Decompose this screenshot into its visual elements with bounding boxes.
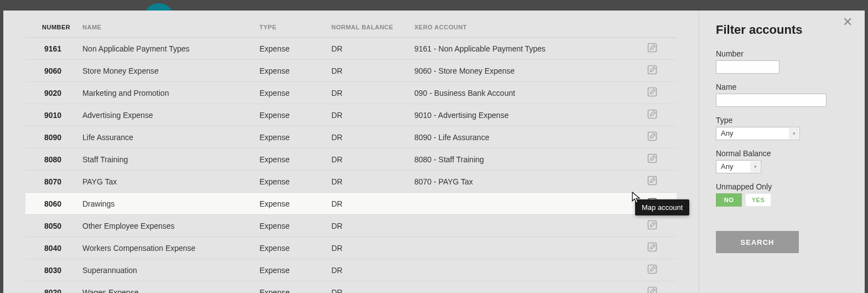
svg-rect-3 bbox=[648, 110, 657, 119]
cell-xero: 8080 - Staff Training bbox=[410, 148, 627, 171]
cell-name: Marketing and Promotion bbox=[78, 82, 255, 104]
cell-xero bbox=[410, 281, 627, 294]
cell-xero: 9060 - Store Money Expense bbox=[410, 60, 627, 82]
filter-balance-select[interactable]: Any ▾ bbox=[716, 160, 761, 173]
cell-balance: DR bbox=[327, 171, 410, 193]
edit-icon[interactable] bbox=[647, 86, 658, 97]
cell-xero: 9161 - Non Applicable Payment Types bbox=[410, 38, 627, 60]
table-row[interactable]: 8040Workers Compensation ExpenseExpenseD… bbox=[25, 237, 677, 259]
svg-rect-6 bbox=[648, 177, 657, 185]
svg-rect-9 bbox=[648, 243, 657, 251]
cell-number: 8090 bbox=[25, 126, 78, 148]
edit-icon[interactable] bbox=[647, 42, 658, 53]
cell-edit bbox=[627, 60, 677, 82]
filter-title: Filter accounts bbox=[716, 23, 848, 37]
filter-type-label: Type bbox=[716, 116, 848, 125]
accounts-table-panel: NUMBER NAME TYPE NORMAL BALANCE XERO ACC… bbox=[3, 11, 699, 293]
filter-type-value: Any bbox=[716, 127, 737, 139]
filter-type-select[interactable]: Any ▾ bbox=[716, 127, 800, 140]
svg-rect-0 bbox=[648, 44, 657, 52]
cell-number: 8080 bbox=[25, 148, 78, 171]
filter-name-input[interactable] bbox=[716, 94, 827, 107]
cell-name: Superannuation bbox=[78, 259, 255, 281]
table-row[interactable]: 9161Non Applicable Payment TypesExpenseD… bbox=[25, 38, 677, 60]
edit-icon[interactable] bbox=[647, 286, 658, 293]
filter-number-input[interactable] bbox=[716, 60, 779, 74]
edit-icon[interactable] bbox=[647, 131, 658, 142]
map-account-tooltip: Map account bbox=[635, 199, 689, 215]
svg-rect-5 bbox=[648, 155, 657, 163]
cell-xero: 8090 - Life Assurance bbox=[410, 126, 627, 148]
svg-rect-1 bbox=[648, 66, 657, 74]
filter-name-label: Name bbox=[716, 83, 848, 91]
cell-type: Expense bbox=[255, 38, 327, 60]
cell-edit bbox=[627, 104, 677, 126]
table-row[interactable]: 9010Advertising ExpenseExpenseDR9010 - A… bbox=[25, 104, 677, 126]
cell-type: Expense bbox=[255, 82, 327, 104]
close-icon[interactable]: ✕ bbox=[843, 16, 853, 28]
table-row[interactable]: 8080Staff TrainingExpenseDR8080 - Staff … bbox=[25, 148, 677, 171]
cell-type: Expense bbox=[255, 237, 327, 259]
cell-number: 8020 bbox=[25, 281, 78, 294]
accounts-table: NUMBER NAME TYPE NORMAL BALANCE XERO ACC… bbox=[25, 11, 677, 293]
cell-edit bbox=[627, 215, 677, 237]
svg-rect-10 bbox=[648, 265, 657, 274]
edit-icon[interactable] bbox=[647, 219, 658, 230]
filter-unmapped-label: Unmapped Only bbox=[716, 182, 848, 191]
cell-balance: DR bbox=[327, 259, 410, 281]
edit-icon[interactable] bbox=[647, 153, 658, 164]
table-row[interactable]: 9060Store Money ExpenseExpenseDR9060 - S… bbox=[25, 60, 677, 82]
cell-xero bbox=[410, 237, 627, 259]
header-balance[interactable]: NORMAL BALANCE bbox=[327, 11, 410, 38]
cell-balance: DR bbox=[327, 148, 410, 171]
cell-name: Drawings bbox=[78, 193, 255, 215]
cell-name: Store Money Expense bbox=[78, 60, 255, 82]
header-name[interactable]: NAME bbox=[78, 11, 255, 38]
cell-edit bbox=[627, 148, 677, 171]
header-xero[interactable]: XERO ACCOUNT bbox=[410, 11, 627, 38]
svg-rect-2 bbox=[648, 88, 657, 96]
cell-number: 9020 bbox=[25, 82, 78, 104]
cell-balance: DR bbox=[327, 38, 410, 60]
table-row[interactable]: 9020Marketing and PromotionExpenseDR090 … bbox=[25, 82, 677, 104]
cell-name: Workers Compensation Expense bbox=[78, 237, 255, 259]
unmapped-no-toggle[interactable]: NO bbox=[716, 193, 742, 207]
cell-type: Expense bbox=[255, 171, 327, 193]
table-row[interactable]: 8020Wages ExpenseExpenseDR bbox=[25, 281, 677, 294]
cell-type: Expense bbox=[255, 281, 327, 294]
filter-balance-value: Any bbox=[716, 161, 737, 172]
cell-edit bbox=[627, 281, 677, 294]
cell-edit bbox=[627, 82, 677, 104]
search-button[interactable]: SEARCH bbox=[716, 231, 799, 253]
cell-xero bbox=[410, 193, 627, 215]
edit-icon[interactable] bbox=[647, 175, 658, 186]
edit-icon[interactable] bbox=[647, 264, 658, 275]
edit-icon[interactable] bbox=[647, 109, 658, 120]
header-number[interactable]: NUMBER bbox=[25, 11, 78, 38]
chevron-down-icon: ▾ bbox=[750, 161, 760, 172]
cell-balance: DR bbox=[327, 193, 410, 215]
edit-icon[interactable] bbox=[647, 241, 658, 253]
cell-balance: DR bbox=[327, 60, 410, 82]
table-row[interactable]: 8050Other Employee ExpensesExpenseDR bbox=[25, 215, 677, 237]
cell-balance: DR bbox=[327, 104, 410, 126]
table-row[interactable]: 8070PAYG TaxExpenseDR8070 - PAYG Tax bbox=[25, 171, 677, 193]
header-type[interactable]: TYPE bbox=[255, 11, 327, 38]
cell-type: Expense bbox=[255, 104, 327, 126]
cell-type: Expense bbox=[255, 215, 327, 237]
cell-balance: DR bbox=[327, 281, 410, 294]
table-row[interactable]: 8030SuperannuationExpenseDR bbox=[25, 259, 677, 281]
chevron-down-icon: ▾ bbox=[789, 128, 799, 139]
filter-balance-label: Normal Balance bbox=[716, 149, 848, 158]
cell-balance: DR bbox=[327, 82, 410, 104]
cell-number: 8070 bbox=[25, 171, 78, 193]
edit-icon[interactable] bbox=[647, 64, 658, 75]
cell-type: Expense bbox=[255, 60, 327, 82]
cell-number: 8040 bbox=[25, 237, 78, 259]
cell-number: 9161 bbox=[25, 38, 78, 60]
table-row[interactable]: 8060DrawingsExpenseDR bbox=[25, 193, 677, 215]
unmapped-yes-toggle[interactable]: YES bbox=[745, 193, 771, 207]
cell-number: 8060 bbox=[25, 193, 78, 215]
table-row[interactable]: 8090Life AssuranceExpenseDR8090 - Life A… bbox=[25, 126, 677, 148]
cell-number: 8030 bbox=[25, 259, 78, 281]
